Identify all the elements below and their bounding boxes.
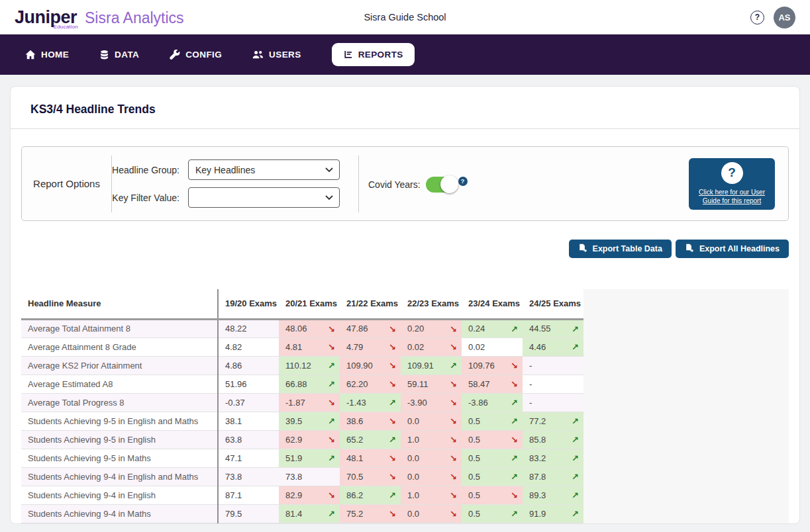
trend-down-icon: ↘ bbox=[511, 361, 518, 371]
value-cell: 66.88↗ bbox=[279, 375, 340, 393]
covid-years-toggle[interactable] bbox=[426, 177, 456, 193]
value-cell: 0.0↘ bbox=[401, 449, 462, 467]
trend-up-icon: ↗ bbox=[328, 453, 335, 463]
value-cell: -0.37 bbox=[218, 393, 279, 412]
user-guide-button[interactable]: Click here for our User Guide for this r… bbox=[689, 158, 775, 210]
logo-education-label: Education bbox=[54, 24, 78, 30]
value-cell: 0.5↘ bbox=[462, 486, 523, 504]
value-cell: 48.22 bbox=[218, 319, 279, 337]
button-label: Export All Headlines bbox=[699, 244, 780, 253]
key-filter-select[interactable] bbox=[188, 187, 340, 208]
chart-icon bbox=[343, 50, 353, 60]
trend-down-icon: ↘ bbox=[328, 324, 335, 333]
nav-label: HOME bbox=[41, 50, 69, 60]
table-row: Students Achieving 9-5 in Maths47.151.9↗… bbox=[21, 449, 583, 467]
export-table-data-button[interactable]: Export Table Data bbox=[569, 240, 672, 258]
value-cell: 38.6↘ bbox=[340, 412, 401, 430]
nav-label: USERS bbox=[269, 50, 301, 60]
value-cell: 83.2↗ bbox=[523, 449, 583, 467]
help-icon[interactable] bbox=[750, 11, 764, 24]
trend-down-icon: ↘ bbox=[450, 416, 457, 426]
year-column-header: 24/25 Exams bbox=[523, 289, 583, 319]
trend-up-icon: ↗ bbox=[389, 398, 396, 408]
trend-down-icon: ↘ bbox=[450, 509, 457, 519]
year-column-header: 22/23 Exams bbox=[401, 289, 462, 319]
trend-up-icon: ↗ bbox=[328, 361, 335, 371]
nav-item-users[interactable]: USERS bbox=[252, 50, 301, 60]
trend-down-icon: ↘ bbox=[450, 453, 457, 463]
trend-up-icon: ↗ bbox=[572, 324, 579, 333]
headline-table-body: Average Total Attainment 848.2248.06↘47.… bbox=[21, 319, 583, 523]
value-cell: 77.2↗ bbox=[523, 412, 583, 430]
trend-down-icon: ↘ bbox=[450, 472, 457, 482]
value-cell: 0.5↗ bbox=[462, 504, 523, 523]
trend-down-icon: ↘ bbox=[389, 453, 396, 463]
nav-item-data[interactable]: DATA bbox=[99, 50, 139, 60]
value-cell: 85.8↗ bbox=[523, 430, 583, 449]
question-mark-icon bbox=[721, 162, 743, 184]
content-card: KS3/4 Headline Trends Report Options Hea… bbox=[10, 86, 800, 524]
trend-down-icon: ↘ bbox=[328, 342, 335, 352]
value-cell: 47.1 bbox=[218, 449, 279, 467]
year-column-header: 19/20 Exams bbox=[218, 289, 279, 319]
headline-group-select[interactable]: Key Headlines bbox=[188, 159, 340, 180]
table-row: Students Achieving 9-4 in Maths79.581.4↗… bbox=[21, 504, 583, 523]
school-name: Sisra Guide School bbox=[364, 12, 446, 22]
year-column-header: 23/24 Exams bbox=[462, 289, 523, 319]
file-export-icon bbox=[578, 244, 587, 255]
trend-down-icon: ↘ bbox=[450, 324, 457, 333]
logo-link[interactable]: Juniper Education Sisra Analytics bbox=[15, 7, 184, 28]
value-cell: 79.5 bbox=[218, 504, 279, 523]
value-cell: 48.1↘ bbox=[340, 449, 401, 467]
covid-help-icon[interactable] bbox=[458, 177, 468, 186]
measure-cell: Average KS2 Prior Attainment bbox=[21, 356, 218, 375]
main-navbar: HOME DATA CONFIG USERS REPORTS bbox=[0, 34, 810, 75]
covid-years-label: Covid Years: bbox=[368, 177, 421, 193]
app-header: Juniper Education Sisra Analytics Sisra … bbox=[0, 0, 810, 34]
value-cell: -3.86↗ bbox=[462, 393, 523, 412]
nav-item-reports[interactable]: REPORTS bbox=[332, 43, 415, 66]
button-label: Export Table Data bbox=[593, 244, 662, 253]
value-cell: 82.9↘ bbox=[279, 486, 340, 504]
trend-down-icon: ↘ bbox=[450, 398, 457, 408]
trend-up-icon: ↗ bbox=[572, 416, 579, 426]
value-cell: 4.46↗ bbox=[523, 337, 583, 356]
trend-up-icon: ↗ bbox=[511, 509, 518, 519]
value-cell: 87.1 bbox=[218, 486, 279, 504]
measure-cell: Average Attainment 8 Grade bbox=[21, 337, 218, 356]
trend-up-icon: ↗ bbox=[511, 324, 518, 333]
table-row: Average Estimated A851.9666.88↗62.20↘59.… bbox=[21, 375, 583, 393]
value-cell: 62.20↘ bbox=[340, 375, 401, 393]
table-row: Average KS2 Prior Attainment4.86110.12↗1… bbox=[21, 356, 583, 375]
value-cell: 1.0↘ bbox=[401, 486, 462, 504]
product-name: Sisra Analytics bbox=[85, 9, 184, 27]
value-cell: 0.02↘ bbox=[401, 337, 462, 356]
value-cell: 0.5↘ bbox=[462, 430, 523, 449]
export-all-headlines-button[interactable]: Export All Headlines bbox=[676, 240, 789, 258]
nav-item-home[interactable]: HOME bbox=[25, 50, 69, 60]
trend-down-icon: ↘ bbox=[328, 490, 335, 500]
value-cell: 63.8 bbox=[218, 430, 279, 449]
value-cell: 62.9↘ bbox=[279, 430, 340, 449]
value-cell: 89.3↗ bbox=[523, 486, 583, 504]
trend-up-icon: ↗ bbox=[572, 472, 579, 482]
headline-group-value: Key Headlines bbox=[195, 165, 255, 175]
measure-cell: Average Total Progress 8 bbox=[21, 393, 218, 412]
value-cell: 0.0↘ bbox=[401, 504, 462, 523]
trend-up-icon: ↗ bbox=[450, 361, 457, 371]
value-cell: 0.0↘ bbox=[401, 467, 462, 486]
value-cell: 0.0↘ bbox=[401, 412, 462, 430]
trend-down-icon: ↘ bbox=[511, 379, 518, 389]
value-cell: 1.0↘ bbox=[401, 430, 462, 449]
nav-label: CONFIG bbox=[185, 50, 222, 60]
users-icon bbox=[252, 50, 264, 60]
headline-trends-table: Headline Measure 19/20 Exams 20/21 Exams… bbox=[21, 289, 583, 523]
trend-down-icon: ↘ bbox=[450, 490, 457, 500]
table-zone: Headline Measure 19/20 Exams 20/21 Exams… bbox=[21, 289, 789, 523]
avatar[interactable]: AS bbox=[774, 7, 795, 28]
value-cell: 48.06↘ bbox=[279, 319, 340, 337]
measure-cell: Students Achieving 9-4 in English bbox=[21, 486, 218, 504]
panel-divider bbox=[358, 155, 359, 212]
nav-item-config[interactable]: CONFIG bbox=[170, 50, 222, 60]
measure-cell: Students Achieving 9-5 in Maths bbox=[21, 449, 218, 467]
